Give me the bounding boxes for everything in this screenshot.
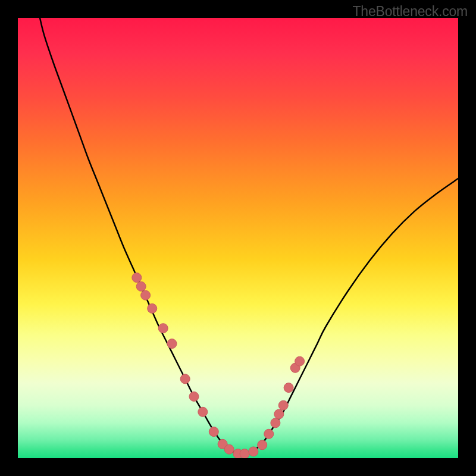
- data-marker: [258, 440, 267, 450]
- curve-layer: [18, 18, 458, 458]
- data-marker: [264, 429, 274, 439]
- data-marker: [295, 356, 305, 366]
- data-marker: [167, 339, 177, 349]
- chart-frame: TheBottleneck.com: [0, 0, 476, 476]
- data-marker: [271, 418, 280, 428]
- data-marker: [209, 427, 218, 437]
- data-marker: [141, 290, 151, 300]
- watermark-text: TheBottleneck.com: [353, 4, 468, 20]
- bottleneck-curve: [40, 18, 458, 455]
- data-marker: [224, 444, 234, 454]
- data-marker: [132, 273, 142, 283]
- data-marker: [274, 409, 284, 419]
- data-marker: [136, 281, 146, 291]
- data-marker: [158, 324, 168, 333]
- data-marker: [180, 374, 190, 384]
- data-marker: [148, 303, 157, 313]
- data-marker: [189, 392, 199, 401]
- data-marker: [278, 400, 288, 410]
- data-marker: [240, 449, 249, 458]
- data-marker: [284, 383, 293, 393]
- data-marker: [198, 407, 208, 416]
- plot-area: [18, 18, 458, 458]
- data-marker: [249, 447, 258, 456]
